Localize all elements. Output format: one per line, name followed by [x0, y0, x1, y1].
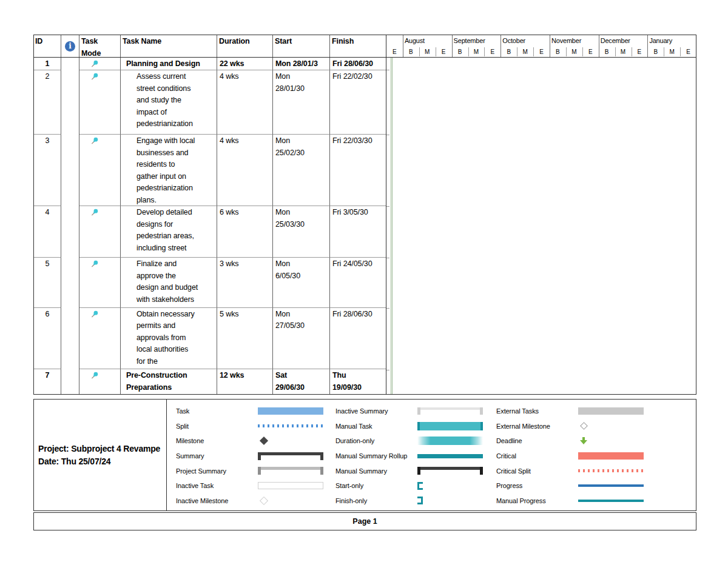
gantt-print-page: ID i Task Mode Task Name Duration Start … — [0, 0, 728, 562]
legend-swatch-task — [258, 407, 323, 415]
task-info-cell — [61, 258, 79, 308]
task-id: 5 — [34, 258, 61, 308]
task-duration: 6 wks — [217, 206, 273, 258]
legend-item: Milestone — [176, 433, 329, 449]
timescale-unit-tick — [664, 47, 664, 56]
legend-label: Manual Summary — [335, 467, 417, 475]
legend-label: Inactive Milestone — [176, 497, 258, 504]
pushpin-icon — [90, 208, 99, 221]
legend-swatch-external-milestone — [580, 423, 588, 430]
timescale-unit-tick — [419, 47, 420, 56]
timescale-unit-tick — [484, 47, 485, 56]
legend-item: Project Summary — [176, 463, 329, 478]
legend-item: Manual Task — [335, 419, 489, 434]
legend-label: Duration-only — [335, 437, 417, 444]
legend-item: Deadline — [496, 433, 650, 449]
timescale-unit-tick — [615, 47, 616, 56]
legend-swatch-duration-only — [417, 437, 483, 445]
legend-column-3: External Tasks External Milestone Deadli… — [496, 404, 650, 508]
gantt-table-and-chart: ID i Task Mode Task Name Duration Start … — [33, 35, 696, 395]
legend-label: Progress — [496, 482, 578, 489]
timescale-unit-tick — [582, 47, 583, 56]
timescale-unit-label: B — [403, 49, 419, 55]
legend-item: Critical — [496, 449, 650, 464]
legend-label: Inactive Task — [176, 482, 258, 489]
task-start: Mon 27/05/30 — [273, 308, 330, 370]
legend-item: Summary — [176, 449, 329, 464]
timescale-unit-tick — [517, 47, 517, 56]
row-boundary-tick — [386, 258, 389, 258]
pushpin-icon — [90, 72, 99, 85]
timescale-unit-tick — [436, 47, 436, 56]
task-name: Develop detailed designs for pedestrian … — [121, 206, 217, 258]
legend-item: Inactive Milestone — [176, 493, 329, 509]
legend-item: Split — [176, 419, 329, 434]
table-row: 1 Planning and Design 22 wks Mon 28/01/3… — [34, 58, 386, 70]
task-id: 7 — [34, 369, 61, 394]
timescale-month-divider — [403, 35, 403, 58]
timescale-unit-tick — [632, 47, 632, 56]
table-row: 6 Obtain necessary permits and approvals… — [34, 308, 386, 370]
timescale-unit-label: E — [680, 49, 696, 55]
page-number: Page 1 — [352, 517, 377, 526]
legend-swatch-finish-only — [417, 497, 423, 504]
legend-item: External Tasks — [496, 404, 650, 419]
task-finish: Fri 28/06/30 — [330, 308, 386, 370]
legend-item: Inactive Task — [176, 478, 329, 493]
task-info-cell — [61, 308, 79, 370]
row-boundary-tick — [386, 135, 389, 135]
gantt-chart-body — [386, 58, 696, 394]
timescale-unit-label: E — [632, 49, 648, 55]
task-id: 6 — [34, 308, 61, 370]
legend-label: Manual Progress — [496, 497, 578, 504]
task-id: 2 — [34, 70, 61, 135]
gantt-chart-area: EBMEBMEBMEBMEBMEBMEAugustSeptemberOctobe… — [386, 35, 696, 394]
timescale-unit-label: B — [599, 49, 615, 55]
task-start: Mon 6/05/30 — [273, 258, 330, 308]
timescale-month-divider — [647, 35, 648, 58]
legend-swatch-manual-summary — [417, 467, 483, 475]
legend-swatch-manual-task — [417, 422, 483, 430]
legend-swatch-critical — [578, 452, 644, 460]
table-row: 2 Assess current street conditions and s… — [34, 70, 386, 135]
timescale-month-label: November — [551, 37, 581, 44]
legend-swatch-manual-summary-rollup — [417, 454, 483, 458]
table-header-row: ID i Task Mode Task Name Duration Start … — [34, 35, 386, 58]
task-start: Mon 28/01/30 — [273, 70, 330, 135]
table-row: 7 Pre-Construction Preparations 12 wks S… — [34, 369, 386, 394]
task-mode-cell — [79, 206, 121, 258]
task-info-cell — [61, 58, 79, 70]
column-header-finish: Finish — [330, 35, 386, 57]
timescale-unit-label: M — [566, 49, 582, 55]
timescale-unit-label: B — [452, 49, 468, 55]
task-info-cell — [61, 206, 79, 258]
legend-swatch-inactive-summary — [417, 407, 483, 415]
project-title: Project: Subproject 4 Revampe — [38, 443, 166, 455]
task-finish: Fri 3/05/30 — [330, 206, 386, 258]
legend-swatch-external-tasks — [578, 407, 644, 415]
task-mode-cell — [79, 70, 121, 135]
task-duration: 4 wks — [217, 135, 273, 206]
legend-label: Start-only — [335, 482, 417, 489]
task-mode-cell — [79, 369, 121, 394]
task-mode-cell — [79, 135, 121, 206]
legend-item: Critical Split — [496, 463, 650, 478]
timescale-month-label: September — [454, 37, 485, 44]
timescale-month-divider — [452, 35, 453, 58]
task-finish: Fri 28/06/30 — [330, 58, 386, 70]
timescale-month-divider — [599, 35, 599, 58]
legend-label: Summary — [176, 452, 258, 460]
timescale-unit-label: E — [436, 49, 452, 55]
timescale-unit-label: E — [533, 49, 550, 55]
legend-column-1: Task Split Milestone Summary Project Sum… — [176, 404, 329, 508]
task-start: Sat 29/06/30 — [273, 369, 330, 394]
timescale-unit-label: E — [582, 49, 599, 55]
legend-swatch-start-only — [417, 482, 423, 490]
legend-label: Critical — [496, 452, 578, 460]
legend-label: External Tasks — [496, 407, 578, 415]
pushpin-icon — [90, 310, 99, 323]
task-duration: 22 wks — [217, 58, 273, 70]
legend-swatch-critical-split — [578, 469, 644, 472]
task-duration: 12 wks — [217, 369, 273, 394]
legend-item: Manual Progress — [496, 493, 650, 509]
